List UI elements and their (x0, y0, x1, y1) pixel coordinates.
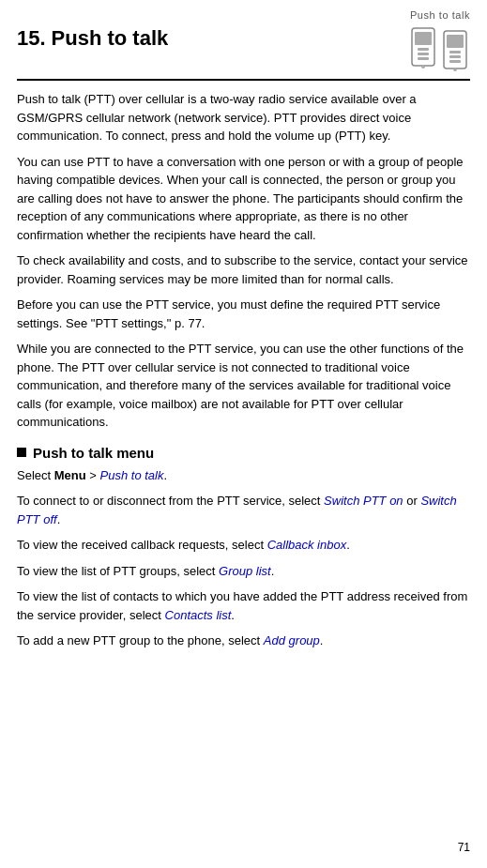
ptt-icon (410, 26, 470, 73)
svg-rect-3 (418, 53, 429, 55)
paragraph-5: While you are connected to the PTT servi… (17, 340, 470, 432)
svg-rect-2 (418, 48, 429, 51)
svg-rect-10 (449, 60, 461, 63)
header-row: Push to talk (17, 9, 470, 24)
section-item-2-after: . (57, 512, 61, 526)
section-item-6-after: . (320, 633, 324, 647)
section-item-4-before: To view the list of PTT groups, select (17, 564, 219, 578)
switch-ptt-on-link[interactable]: Switch PTT on (324, 494, 403, 508)
section-item-1: Select Menu > Push to talk. (17, 466, 470, 485)
section-item-6-before: To add a new PTT group to the phone, sel… (17, 633, 264, 647)
page-number: 71 (458, 841, 470, 854)
section-heading: Push to talk menu (17, 445, 470, 461)
push-to-talk-link[interactable]: Push to talk (100, 468, 164, 482)
contacts-list-link[interactable]: Contacts list (165, 608, 232, 622)
svg-rect-7 (447, 35, 464, 48)
paragraph-1: Push to talk (PTT) over cellular is a tw… (17, 90, 470, 145)
paragraph-2: You can use PTT to have a conversation w… (17, 153, 470, 245)
section-item-2: To connect to or disconnect from the PTT… (17, 492, 470, 528)
section-item-1-sep: > (86, 468, 100, 482)
section-heading-text: Push to talk menu (33, 445, 154, 461)
section-item-2-before: To connect to or disconnect from the PTT… (17, 494, 324, 508)
svg-rect-9 (449, 55, 461, 58)
menu-label: Menu (54, 468, 86, 482)
section-item-6: To add a new PTT group to the phone, sel… (17, 632, 470, 650)
section-item-3: To view the received callback requests, … (17, 536, 470, 555)
section-item-5-before: To view the list of contacts to which yo… (17, 589, 467, 622)
page-container: Push to talk 15. Push to talk Push to ta… (0, 0, 487, 868)
chapter-number: 15. (17, 26, 46, 51)
section-item-3-after: . (346, 538, 350, 552)
section-square-icon (17, 448, 26, 457)
header-title: Push to talk (17, 9, 470, 21)
section-item-1-before: Select (17, 468, 54, 482)
section-item-1-after: . (163, 468, 167, 482)
paragraph-3: To check availability and costs, and to … (17, 251, 470, 288)
section-item-4: To view the list of PTT groups, select G… (17, 562, 470, 581)
svg-rect-1 (415, 32, 432, 45)
svg-point-11 (453, 68, 457, 71)
chapter-title-row: 15. Push to talk (17, 26, 470, 81)
callback-inbox-link[interactable]: Callback inbox (267, 538, 347, 552)
paragraph-4: Before you can use the PTT service, you … (17, 296, 470, 332)
section-item-2-middle: or (403, 494, 421, 508)
chapter-title: Push to talk (52, 26, 169, 51)
svg-rect-4 (418, 57, 429, 60)
svg-rect-8 (449, 51, 461, 53)
section-item-5: To view the list of contacts to which yo… (17, 587, 470, 624)
add-group-link[interactable]: Add group (264, 633, 320, 647)
section-item-3-before: To view the received callback requests, … (17, 538, 267, 552)
section-item-5-after: . (231, 608, 235, 622)
section-item-4-after: . (271, 564, 275, 578)
svg-point-5 (421, 65, 425, 69)
group-list-link[interactable]: Group list (219, 564, 271, 578)
